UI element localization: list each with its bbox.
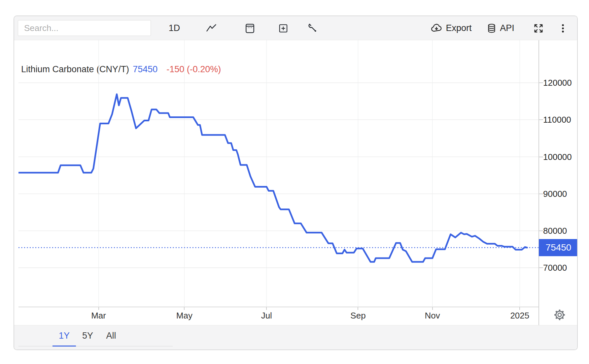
y-tick [539,157,543,157]
plus-square-icon [277,22,289,34]
y-tick [539,230,543,231]
export-button[interactable]: Export [426,16,476,40]
y-axis-label: 110000 [543,114,578,125]
gear-icon [553,308,566,323]
search-input[interactable] [18,20,151,36]
y-axis-separator [538,40,539,341]
line-chart-icon [205,22,217,34]
tab-track [18,346,173,347]
x-axis-label: May [176,311,192,321]
tab-1y[interactable]: 1Y [52,325,76,346]
x-tick [519,307,520,310]
x-axis-label: Nov [425,311,440,321]
price-line-chart[interactable] [18,40,538,307]
api-label: API [500,23,514,33]
interval-button[interactable]: 1D [164,16,184,40]
x-tick [266,307,267,310]
y-axis-label: 90000 [543,189,578,199]
database-icon [486,23,497,34]
chart-widget: 1D [14,15,578,350]
more-menu-button[interactable] [556,16,570,40]
y-axis-label: 70000 [543,262,578,273]
y-tick [539,119,543,120]
x-axis-label: Sep [350,311,365,321]
x-axis-label: Jul [261,311,272,321]
current-price-badge: 75450 [539,239,578,256]
tab-all[interactable]: All [99,325,123,346]
kebab-menu-icon [557,23,569,34]
chart-type-button[interactable] [204,16,219,40]
x-tick [432,307,433,310]
chart-settings-button[interactable] [552,308,567,323]
api-button[interactable]: API [484,16,517,40]
fullscreen-icon [533,22,544,34]
interval-label: 1D [169,23,180,33]
x-tick [184,307,185,310]
y-tick [539,267,543,268]
y-axis-label: 100000 [543,152,578,162]
compare-button[interactable] [276,16,291,40]
range-selector-bar: 1Y 5Y All [14,325,577,350]
x-tick [358,307,358,310]
x-axis-label: Mar [91,311,106,321]
y-tick [539,194,543,194]
calendar-button[interactable] [243,16,257,40]
calendar-icon [244,22,256,34]
cloud-download-icon [430,22,443,35]
y-tick [539,82,543,83]
export-label: Export [446,23,471,33]
settings-tools-button[interactable] [306,16,320,40]
y-axis-label: 120000 [543,77,578,88]
tab-5y[interactable]: 5Y [76,325,99,346]
y-axis-label: 80000 [543,226,578,236]
range-tabs: 1Y 5Y All [52,325,123,346]
fullscreen-button[interactable] [531,16,546,40]
toolbar: 1D [14,16,577,40]
x-tick [98,307,99,310]
chart-region: Lithium Carbonate (CNY/T)75450-150 (-0.2… [14,40,577,325]
wrench-icon [307,23,319,34]
x-axis-label: 2025 [510,311,529,321]
x-axis: MarMayJulSepNov2025 [18,307,538,325]
